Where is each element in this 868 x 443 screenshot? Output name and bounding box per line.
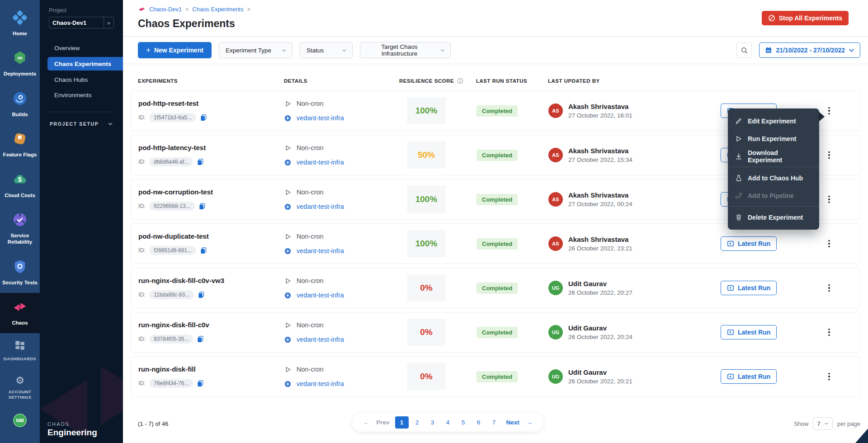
experiment-name[interactable]: pod-nw-duplicate-test bbox=[138, 232, 284, 240]
updated-timestamp: 26 October 2022, 20:21 bbox=[568, 378, 632, 385]
experiment-name[interactable]: pod-http-latency-test bbox=[138, 144, 284, 151]
copy-icon[interactable] bbox=[197, 158, 204, 165]
row-menu-kebab[interactable] bbox=[826, 150, 832, 161]
page-button-5[interactable]: 5 bbox=[457, 416, 470, 429]
filter-status[interactable]: Status bbox=[300, 42, 353, 58]
next-page-button[interactable]: Next → bbox=[503, 419, 537, 426]
menu-item-add-to-chaos-hub[interactable]: Add to Chaos Hub bbox=[728, 169, 819, 187]
table-row[interactable]: run-nginx-disk-fill-c0v-vw3 ID: 11bda88c… bbox=[131, 268, 860, 308]
rail-item-account-settings[interactable]: ⚙ ACCOUNT SETTINGS bbox=[0, 369, 40, 407]
column-details: DETAILS bbox=[284, 78, 399, 84]
copy-icon[interactable] bbox=[200, 114, 207, 121]
service-reliability-icon bbox=[12, 212, 28, 229]
prev-page-button[interactable]: ← Prev bbox=[359, 419, 393, 426]
infrastructure-link[interactable]: vedant-test-infra bbox=[297, 247, 344, 254]
menu-item-run-experiment[interactable]: Run Experiment bbox=[728, 130, 819, 147]
id-label: ID: bbox=[138, 292, 146, 298]
copy-icon[interactable] bbox=[197, 380, 204, 387]
kubernetes-icon bbox=[284, 115, 291, 122]
infrastructure-link[interactable]: vedant-test-infra bbox=[297, 159, 344, 166]
show-label: Show bbox=[794, 420, 809, 427]
infrastructure-link[interactable]: vedant-test-infra bbox=[297, 114, 344, 122]
breadcrumb-link-project[interactable]: Chaos-Dev1 bbox=[149, 6, 182, 13]
rail-item-dashboards[interactable]: DASHBOARDS bbox=[0, 333, 40, 369]
rail-item-builds[interactable]: Builds bbox=[0, 85, 40, 125]
divider bbox=[123, 36, 868, 37]
experiment-name[interactable]: run-nginx-disk-fill bbox=[138, 365, 284, 373]
filter-label: Status bbox=[307, 47, 324, 54]
module-kicker: CHAOS bbox=[47, 421, 97, 427]
menu-item-edit-experiment[interactable]: Edit Experiment bbox=[728, 112, 819, 130]
menu-item-download-experiment[interactable]: Download Experiment bbox=[728, 147, 819, 165]
user-name: Akash Shrivastava bbox=[568, 147, 632, 155]
avatar: UG bbox=[548, 369, 563, 384]
rail-item-deployments[interactable]: ∞ Deployments bbox=[0, 44, 40, 84]
stop-all-experiments-button[interactable]: Stop All Experiments bbox=[762, 11, 849, 25]
rail-item-home[interactable]: Home bbox=[0, 4, 40, 44]
experiment-name[interactable]: run-nginx-disk-fill-c0v bbox=[138, 321, 284, 329]
info-icon[interactable] bbox=[457, 78, 463, 84]
page-button-6[interactable]: 6 bbox=[472, 416, 486, 429]
experiment-name[interactable]: run-nginx-disk-fill-c0v-vw3 bbox=[138, 277, 284, 284]
latest-run-button[interactable]: Latest Run bbox=[721, 281, 777, 295]
copy-icon[interactable] bbox=[198, 291, 205, 298]
filter-experiment-type[interactable]: Experiment Type bbox=[219, 42, 292, 58]
infrastructure-link[interactable]: vedant-test-infra bbox=[297, 380, 344, 387]
page-button-3[interactable]: 3 bbox=[426, 416, 439, 429]
infrastructure-link[interactable]: vedant-test-infra bbox=[297, 203, 344, 210]
rail-item-chaos[interactable]: Chaos bbox=[0, 293, 40, 333]
builds-icon bbox=[12, 91, 28, 108]
row-menu-kebab[interactable] bbox=[826, 105, 832, 117]
main-content: Chaos-Dev1 > Chaos Experiments > Stop Al… bbox=[123, 0, 868, 443]
avatar: UG bbox=[548, 281, 563, 295]
chaos-breadcrumb-icon bbox=[138, 5, 146, 13]
resilience-score-value: 100% bbox=[407, 186, 446, 213]
status-badge: Completed bbox=[476, 283, 518, 294]
copy-icon[interactable] bbox=[198, 203, 206, 210]
menu-item-delete-experiment[interactable]: Delete Experiment bbox=[728, 208, 819, 226]
page-button-2[interactable]: 2 bbox=[410, 416, 424, 429]
avatar: AS bbox=[548, 236, 563, 251]
latest-run-button[interactable]: Latest Run bbox=[721, 236, 777, 251]
breadcrumb-separator: > bbox=[247, 6, 250, 13]
page-button-1[interactable]: 1 bbox=[395, 416, 409, 429]
resilience-score-value: 100% bbox=[407, 97, 446, 124]
sidebar-item-chaos-experiments[interactable]: Chaos Experiments bbox=[47, 57, 123, 71]
search-button[interactable] bbox=[736, 42, 752, 58]
project-setup-toggle[interactable]: PROJECT SETUP bbox=[40, 121, 123, 127]
copy-icon[interactable] bbox=[200, 247, 207, 254]
module-name: Engineering bbox=[47, 428, 97, 438]
filter-target-chaos-infrastructure[interactable]: Target Chaos Infrastructure bbox=[360, 42, 451, 58]
row-menu-kebab[interactable] bbox=[826, 371, 832, 382]
rail-item-service-reliability[interactable]: Service Reliability bbox=[0, 206, 40, 253]
sidebar-item-overview[interactable]: Overview bbox=[40, 40, 123, 56]
project-selector[interactable]: Chaos-Dev1 » bbox=[49, 17, 114, 28]
expand-project-icon[interactable]: » bbox=[104, 17, 113, 28]
sidebar-item-chaos-hubs[interactable]: Chaos Hubs bbox=[40, 72, 123, 87]
user-avatar[interactable]: NM bbox=[13, 414, 27, 427]
sidebar-item-environments[interactable]: Environments bbox=[40, 87, 123, 103]
infrastructure-link[interactable]: vedant-test-infra bbox=[297, 292, 344, 299]
row-menu-kebab[interactable] bbox=[826, 238, 832, 250]
date-range-picker[interactable]: 21/10/2022 - 27/10/2022 bbox=[759, 42, 860, 58]
page-button-4[interactable]: 4 bbox=[441, 416, 455, 429]
rail-item-security-tests[interactable]: Security Tests bbox=[0, 253, 40, 293]
row-menu-kebab[interactable] bbox=[826, 283, 832, 294]
table-row[interactable]: run-nginx-disk-fill ID: 76e8f434-76... N… bbox=[131, 356, 860, 397]
rail-item-feature-flags[interactable]: Feature Flags bbox=[0, 125, 40, 165]
row-menu-kebab[interactable] bbox=[826, 327, 832, 338]
latest-run-button[interactable]: Latest Run bbox=[721, 325, 777, 339]
page-size-select[interactable]: 7 bbox=[813, 417, 832, 430]
new-experiment-button[interactable]: + New Experiment bbox=[138, 42, 212, 58]
page-button-7[interactable]: 7 bbox=[487, 416, 501, 429]
kubernetes-icon bbox=[284, 292, 291, 299]
copy-icon[interactable] bbox=[197, 335, 204, 343]
experiment-name[interactable]: pod-http-reset-test bbox=[138, 99, 284, 107]
latest-run-button[interactable]: Latest Run bbox=[721, 369, 777, 384]
infrastructure-link[interactable]: vedant-test-infra bbox=[297, 336, 344, 343]
rail-item-cloud-costs[interactable]: $ Cloud Costs bbox=[0, 165, 40, 206]
table-row[interactable]: run-nginx-disk-fill-c0v ID: 93784f05-35.… bbox=[131, 312, 860, 353]
row-menu-kebab[interactable] bbox=[826, 194, 832, 205]
experiment-name[interactable]: pod-nw-corruption-test bbox=[138, 188, 284, 196]
breadcrumb-link-page[interactable]: Chaos Experiments bbox=[192, 6, 243, 13]
